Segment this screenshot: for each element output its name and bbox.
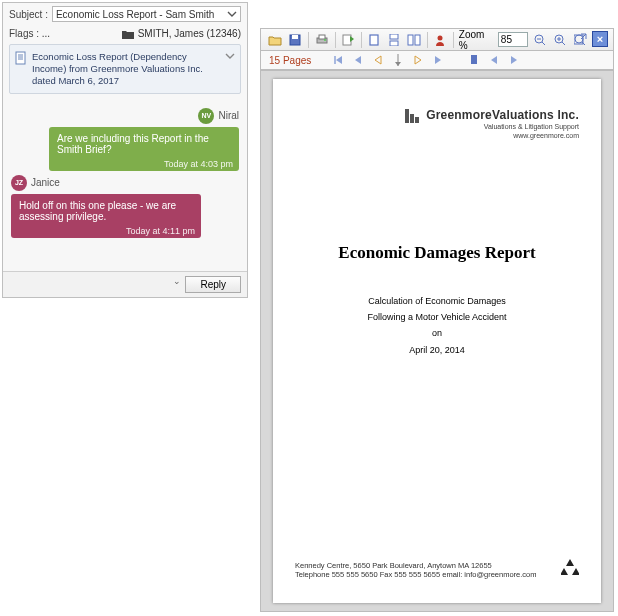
document-viewport[interactable]: GreenmoreValuations Inc. Valuations & Li… — [260, 70, 614, 612]
page-slider-icon[interactable] — [391, 53, 405, 67]
company-tagline: Valuations & Litigation Support — [405, 123, 579, 130]
panel-footer: ⌄ Reply — [3, 271, 247, 297]
svg-line-20 — [562, 42, 565, 45]
reply-button[interactable]: Reply — [185, 276, 241, 293]
message-thread: NV Niral Are we including this Report in… — [3, 100, 247, 271]
svg-line-17 — [542, 42, 545, 45]
separator — [453, 32, 454, 48]
attachment-label: Economic Loss Report (Dependency Income)… — [32, 51, 203, 86]
viewer-toolbar-right: × — [566, 28, 614, 50]
svg-rect-0 — [16, 52, 25, 64]
attachment-item[interactable]: Economic Loss Report (Dependency Income)… — [9, 44, 241, 94]
back-button[interactable] — [487, 53, 501, 67]
avatar: JZ — [11, 175, 27, 191]
chevron-down-icon[interactable] — [225, 51, 235, 61]
message-text: Hold off on this one please - we are ass… — [19, 200, 176, 222]
svg-rect-12 — [390, 41, 398, 46]
company-url: www.greenmore.com — [405, 132, 579, 139]
popout-button[interactable] — [572, 31, 588, 47]
message-bubble: Hold off on this one please - we are ass… — [11, 194, 201, 238]
svg-rect-25 — [574, 35, 583, 44]
message-header: NV Niral — [11, 108, 239, 124]
owner-name: SMITH, James (12346) — [138, 28, 241, 39]
doc-line: April 20, 2014 — [295, 342, 579, 358]
svg-point-15 — [438, 35, 443, 40]
zoom-input[interactable] — [498, 32, 528, 47]
pages-bar: 15 Pages — [260, 50, 614, 70]
company-logo: GreenmoreValuations Inc. Valuations & Li… — [405, 105, 579, 139]
message-text: Are we including this Report in the Smit… — [57, 133, 209, 155]
close-panel-button[interactable]: × — [592, 31, 608, 47]
svg-rect-5 — [292, 35, 298, 39]
logo-bars-icon — [405, 109, 419, 123]
layout-facing-button[interactable] — [406, 32, 422, 48]
zoom-label: Zoom % — [459, 29, 493, 51]
layout-continuous-button[interactable] — [386, 32, 401, 48]
sender-name: Janice — [31, 177, 60, 188]
prev-mark-button[interactable] — [371, 53, 385, 67]
chevron-down-icon — [227, 9, 237, 19]
viewer-toolbar: Zoom % — [260, 28, 614, 50]
flags-value: ... — [42, 28, 50, 39]
subject-value: Economic Loss Report - Sam Smith — [56, 9, 214, 20]
message-time: Today at 4:03 pm — [164, 159, 233, 169]
separator — [361, 32, 362, 48]
save-button[interactable] — [288, 32, 303, 48]
svg-rect-7 — [319, 35, 325, 39]
document-title: Economic Damages Report — [295, 243, 579, 263]
print-button[interactable] — [314, 32, 330, 48]
sender-name: Niral — [218, 110, 239, 121]
document-subtitle: Calculation of Economic Damages Followin… — [295, 293, 579, 358]
zoom-out-button[interactable] — [533, 32, 548, 48]
flags-row: Flags : ... SMITH, James (12346) — [3, 25, 247, 42]
footer-mark-icon — [561, 559, 579, 579]
svg-rect-11 — [390, 34, 398, 39]
doc-line: Calculation of Economic Damages — [295, 293, 579, 309]
doc-line: Following a Motor Vehicle Accident — [295, 309, 579, 325]
footer-line: Telephone 555 555 5650 Fax 555 555 5655 … — [295, 570, 579, 579]
subject-row: Subject : Economic Loss Report - Sam Smi… — [3, 3, 247, 25]
subject-label: Subject : — [9, 9, 48, 20]
prev-page-button[interactable] — [351, 53, 365, 67]
doc-line: on — [295, 325, 579, 341]
layout-single-button[interactable] — [367, 32, 382, 48]
next-page-button[interactable] — [431, 53, 445, 67]
svg-rect-10 — [370, 35, 378, 45]
svg-rect-14 — [415, 35, 420, 45]
document-page: GreenmoreValuations Inc. Valuations & Li… — [273, 79, 601, 603]
subject-dropdown[interactable]: Economic Loss Report - Sam Smith — [52, 6, 241, 22]
flags-label: Flags : — [9, 28, 39, 39]
svg-rect-9 — [343, 35, 351, 45]
page-count: 15 Pages — [269, 55, 311, 66]
first-page-button[interactable] — [331, 53, 345, 67]
message-time: Today at 4:11 pm — [126, 226, 195, 236]
message-bubble: Are we including this Report in the Smit… — [49, 127, 239, 171]
document-footer: Kennedy Centre, 5650 Park Boulevard, Any… — [295, 561, 579, 579]
person-icon[interactable] — [433, 32, 448, 48]
bookmark-prev-button[interactable] — [467, 53, 481, 67]
avatar: NV — [198, 108, 214, 124]
export-button[interactable] — [341, 32, 356, 48]
next-mark-button[interactable] — [411, 53, 425, 67]
message-header: JZ Janice — [11, 175, 239, 191]
svg-rect-13 — [408, 35, 413, 45]
company-name: GreenmoreValuations Inc. — [426, 108, 579, 122]
message-panel: Subject : Economic Loss Report - Sam Smi… — [2, 2, 248, 298]
document-icon — [15, 51, 27, 65]
folder-icon — [122, 29, 134, 39]
svg-point-8 — [324, 39, 326, 41]
separator — [308, 32, 309, 48]
footer-line: Kennedy Centre, 5650 Park Boulevard, Any… — [295, 561, 579, 570]
separator — [427, 32, 428, 48]
separator — [335, 32, 336, 48]
open-button[interactable] — [267, 32, 283, 48]
forward-button[interactable] — [507, 53, 521, 67]
scroll-indicator-icon: ⌄ — [173, 276, 181, 293]
